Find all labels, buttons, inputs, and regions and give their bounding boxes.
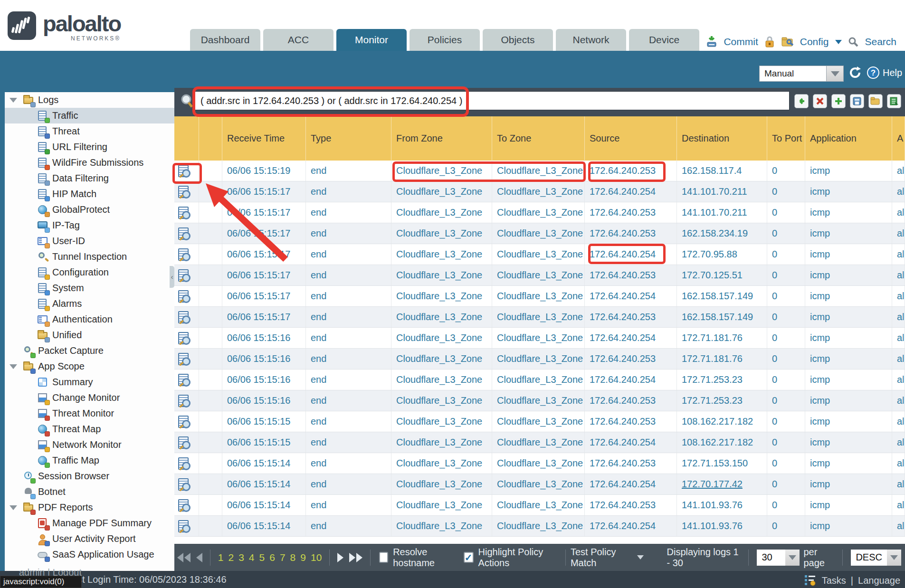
search-button[interactable]: Search: [865, 36, 896, 47]
save-filter-icon[interactable]: [850, 94, 864, 108]
tab-device[interactable]: Device: [629, 29, 699, 51]
cell-application[interactable]: icmp: [805, 223, 892, 244]
cell-receive_time[interactable]: 06/06 15:15:15: [222, 432, 306, 453]
cell-type[interactable]: end: [306, 286, 391, 306]
cell-destination[interactable]: 172.70.95.88: [677, 244, 767, 265]
cell-application[interactable]: icmp: [805, 161, 892, 181]
sidebar-item-summary[interactable]: Summary: [5, 374, 174, 390]
log-detail-icon[interactable]: [178, 165, 189, 177]
cell-type[interactable]: end: [306, 161, 391, 181]
log-detail-icon[interactable]: [178, 457, 189, 470]
log-detail-cell[interactable]: [174, 181, 199, 202]
filter-query-input[interactable]: [193, 91, 790, 110]
cell-destination[interactable]: 141.101.70.211: [677, 181, 767, 202]
cell-from_zone[interactable]: Cloudflare_L3_Zone: [391, 244, 492, 265]
cell-source[interactable]: 172.64.240.253: [585, 161, 677, 181]
page-number-2[interactable]: 2: [228, 552, 234, 563]
cell-to_port[interactable]: 0: [767, 244, 805, 265]
cell-source[interactable]: 172.64.240.253: [585, 265, 677, 285]
log-detail-icon[interactable]: [178, 499, 189, 512]
cell-type[interactable]: end: [306, 307, 391, 327]
cell-source[interactable]: 172.64.240.253: [585, 223, 677, 244]
cell-action[interactable]: al: [892, 307, 905, 327]
cell-application[interactable]: icmp: [805, 474, 892, 494]
help-icon[interactable]: ?: [867, 66, 880, 79]
sidebar-item-system[interactable]: System: [5, 280, 174, 296]
cell-to_port[interactable]: 0: [767, 349, 805, 369]
next-page-button[interactable]: [337, 553, 343, 562]
cell-from_zone[interactable]: Cloudflare_L3_Zone: [391, 265, 492, 285]
log-detail-cell[interactable]: [174, 390, 199, 411]
cell-destination[interactable]: 172.70.177.42: [677, 474, 767, 494]
cell-source[interactable]: 172.64.240.254: [585, 286, 677, 306]
cell-to_zone[interactable]: Cloudflare_L3_Zone: [492, 328, 585, 348]
page-number-6[interactable]: 6: [269, 552, 275, 563]
commit-button[interactable]: Commit: [724, 36, 758, 47]
log-detail-icon[interactable]: [178, 332, 189, 344]
sidebar-item-ip-tag[interactable]: IP-Tag: [5, 218, 174, 233]
sidebar-item-change-monitor[interactable]: Change Monitor: [5, 390, 174, 406]
cell-from_zone[interactable]: Cloudflare_L3_Zone: [391, 495, 492, 515]
log-detail-icon[interactable]: [178, 416, 189, 428]
sidebar-item-logs[interactable]: Logs: [5, 92, 174, 108]
cell-application[interactable]: icmp: [805, 265, 892, 285]
cell-to_zone[interactable]: Cloudflare_L3_Zone: [492, 307, 585, 327]
cell-type[interactable]: end: [306, 328, 391, 348]
log-detail-icon[interactable]: [178, 353, 189, 365]
page-number-4[interactable]: 4: [249, 552, 255, 563]
cell-from_zone[interactable]: Cloudflare_L3_Zone: [391, 411, 492, 432]
cell-action[interactable]: al: [892, 495, 905, 515]
cell-to_zone[interactable]: Cloudflare_L3_Zone: [492, 411, 585, 432]
cell-to_port[interactable]: 0: [767, 286, 805, 306]
cell-destination[interactable]: 141.101.93.76: [677, 495, 767, 515]
sidebar-item-threat-monitor[interactable]: Threat Monitor: [5, 406, 174, 421]
sidebar-item-authentication[interactable]: Authentication: [5, 312, 174, 327]
cell-to_port[interactable]: 0: [767, 370, 805, 390]
cell-destination[interactable]: 108.162.217.182: [677, 432, 767, 453]
column-header-application[interactable]: Application: [805, 116, 892, 161]
cell-destination[interactable]: 162.158.157.149: [677, 286, 767, 306]
cell-from_zone[interactable]: Cloudflare_L3_Zone: [391, 328, 492, 348]
log-detail-cell[interactable]: [174, 202, 199, 223]
cell-source[interactable]: 172.64.240.253: [585, 307, 677, 327]
sort-order-select[interactable]: DESC: [851, 550, 901, 566]
cell-action[interactable]: al: [892, 432, 905, 453]
config-icon[interactable]: [781, 36, 794, 47]
sidebar-item-hip-match[interactable]: HIP Match: [5, 186, 174, 202]
cell-receive_time[interactable]: 06/06 15:15:14: [222, 516, 306, 536]
cell-type[interactable]: end: [306, 223, 391, 244]
cell-to_port[interactable]: 0: [767, 516, 805, 536]
apply-filter-icon[interactable]: [794, 94, 809, 108]
sidebar-item-data-filtering[interactable]: Data Filtering: [5, 171, 174, 186]
cell-receive_time[interactable]: 06/06 15:15:17: [222, 202, 306, 223]
cell-application[interactable]: icmp: [805, 244, 892, 265]
refresh-interval-value[interactable]: Manual: [759, 66, 827, 82]
cell-to_zone[interactable]: Cloudflare_L3_Zone: [492, 390, 585, 411]
cell-from_zone[interactable]: Cloudflare_L3_Zone: [391, 307, 492, 327]
cell-type[interactable]: end: [306, 349, 391, 369]
cell-source[interactable]: 172.64.240.253: [585, 202, 677, 223]
sidebar-item-user-activity-report[interactable]: User Activity Report: [5, 531, 174, 547]
sort-order-value[interactable]: DESC: [851, 550, 887, 566]
cell-receive_time[interactable]: 06/06 15:15:17: [222, 181, 306, 202]
cell-type[interactable]: end: [306, 432, 391, 453]
page-number-10[interactable]: 10: [311, 552, 322, 563]
cell-to_port[interactable]: 0: [767, 390, 805, 411]
sidebar-item-saas-application-usage[interactable]: SaaS Application Usage: [5, 547, 174, 562]
resolve-hostname-checkbox[interactable]: [379, 552, 388, 563]
clear-filter-icon[interactable]: [813, 94, 827, 108]
log-detail-icon[interactable]: [178, 478, 189, 491]
cell-from_zone[interactable]: Cloudflare_L3_Zone: [391, 516, 492, 536]
cell-source[interactable]: 172.64.240.254: [585, 516, 677, 536]
page-number-8[interactable]: 8: [290, 552, 296, 563]
page-number-3[interactable]: 3: [238, 552, 244, 563]
cell-source[interactable]: 172.64.240.253: [585, 411, 677, 432]
cell-type[interactable]: end: [306, 265, 391, 285]
column-header-source[interactable]: Source: [585, 116, 677, 161]
column-header-destination[interactable]: Destination: [677, 116, 767, 161]
cell-to_zone[interactable]: Cloudflare_L3_Zone: [492, 495, 585, 515]
log-detail-icon[interactable]: [178, 186, 189, 198]
cell-to_zone[interactable]: Cloudflare_L3_Zone: [492, 202, 585, 223]
cell-receive_time[interactable]: 06/06 15:15:16: [222, 370, 306, 390]
cell-type[interactable]: end: [306, 181, 391, 202]
